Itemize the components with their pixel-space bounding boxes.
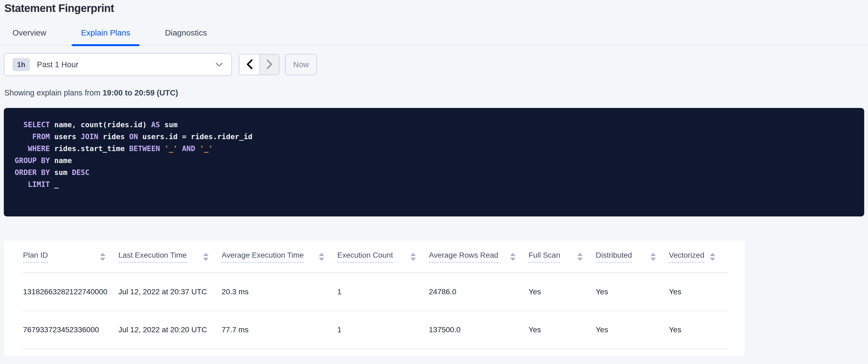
cell-execution-count: 1 xyxy=(337,273,429,311)
column-header-label[interactable]: Vectorized xyxy=(669,251,704,262)
statement-fingerprint-page: Statement Fingerprint OverviewExplain Pl… xyxy=(0,0,868,364)
sql-text: users.id = rides.rider_id xyxy=(138,132,252,141)
tab-explain-plans[interactable]: Explain Plans xyxy=(72,21,140,45)
sql-line: LIMIT _ xyxy=(14,178,854,190)
tab-overview[interactable]: Overview xyxy=(3,21,56,45)
sort-arrows-icon[interactable] xyxy=(710,253,715,261)
column-header-full-scan[interactable]: Full Scan xyxy=(529,241,596,273)
sql-keyword: AS xyxy=(151,120,160,129)
table-header-row: Plan IDLast Execution TimeAverage Execut… xyxy=(23,241,728,273)
sql-line: WHERE rides.start_time BETWEEN '_' AND '… xyxy=(14,143,854,155)
time-nav-group xyxy=(239,54,280,75)
sort-asc-icon xyxy=(577,253,583,256)
cell-full-scan: Yes xyxy=(529,273,596,311)
cell-vectorized: Yes xyxy=(669,311,728,349)
sql-keyword: ON xyxy=(129,132,138,141)
column-header-inner: Execution Count xyxy=(337,251,429,262)
sort-arrows-icon[interactable] xyxy=(203,253,209,261)
column-header-label[interactable]: Average Execution Time xyxy=(222,251,304,262)
time-range-badge: 1h xyxy=(12,58,30,71)
column-header-inner: Average Rows Read xyxy=(429,251,529,262)
table-row[interactable]: 13182663282122740000Jul 12, 2022 at 20:3… xyxy=(23,273,728,311)
chevron-left-icon xyxy=(246,59,253,71)
sql-text: rides xyxy=(98,132,129,141)
sort-asc-icon xyxy=(100,253,105,256)
cell-plan-id: 13182663282122740000 xyxy=(23,273,118,311)
column-header-inner: Distributed xyxy=(596,251,669,262)
sql-statement-box: SELECT name, count(rides.id) AS sum FROM… xyxy=(4,108,864,217)
column-header-inner: Plan ID xyxy=(23,251,118,262)
sql-text xyxy=(160,144,164,153)
table-row[interactable]: 767933723452336000Jul 12, 2022 at 20:20 … xyxy=(23,311,728,349)
column-header-execution-count[interactable]: Execution Count xyxy=(337,241,429,273)
sort-asc-icon xyxy=(510,253,516,256)
cell-plan-id: 767933723452336000 xyxy=(23,311,118,349)
sort-desc-icon xyxy=(510,258,516,261)
column-header-inner: Full Scan xyxy=(529,251,596,262)
column-header-label[interactable]: Plan ID xyxy=(23,251,48,262)
column-header-average-execution-time[interactable]: Average Execution Time xyxy=(222,241,337,273)
sql-text xyxy=(178,144,182,153)
cell-distributed: Yes xyxy=(596,273,669,311)
sql-text: sum xyxy=(160,120,178,129)
sort-arrows-icon[interactable] xyxy=(410,253,416,261)
sql-text: users xyxy=(50,132,81,141)
sql-literal: '_' xyxy=(200,144,213,153)
sql-keyword: AND xyxy=(182,144,195,153)
sql-text xyxy=(195,144,200,153)
column-header-label[interactable]: Full Scan xyxy=(529,251,560,262)
status-line-prefix: Showing explain plans from xyxy=(4,88,103,97)
column-header-plan-id[interactable]: Plan ID xyxy=(23,241,118,273)
sql-keyword: ORDER BY xyxy=(14,168,50,176)
cell-full-scan: Yes xyxy=(529,311,596,349)
sort-arrows-icon[interactable] xyxy=(319,253,324,261)
prev-time-button[interactable] xyxy=(240,55,259,75)
column-header-distributed[interactable]: Distributed xyxy=(596,241,669,273)
sort-asc-icon xyxy=(650,253,656,256)
column-header-last-execution-time[interactable]: Last Execution Time xyxy=(118,241,222,273)
time-controls: 1h Past 1 Hour Now xyxy=(4,53,317,76)
status-line-range: 19:00 to 20:59 (UTC) xyxy=(103,88,178,97)
cell-average-execution-time: 77.7 ms xyxy=(222,311,337,349)
column-header-label[interactable]: Average Rows Read xyxy=(429,251,498,262)
column-header-vectorized[interactable]: Vectorized xyxy=(669,241,728,273)
sort-arrows-icon[interactable] xyxy=(650,253,656,261)
tab-diagnostics[interactable]: Diagnostics xyxy=(156,21,216,45)
next-time-button[interactable] xyxy=(259,55,279,75)
sql-keyword: FROM xyxy=(14,132,50,141)
now-button[interactable]: Now xyxy=(285,54,317,75)
cell-execution-count: 1 xyxy=(337,311,429,349)
sql-keyword: LIMIT xyxy=(14,180,50,189)
sort-arrows-icon[interactable] xyxy=(510,253,516,261)
status-line: Showing explain plans from 19:00 to 20:5… xyxy=(4,88,178,97)
sort-desc-icon xyxy=(410,258,416,261)
sort-asc-icon xyxy=(410,253,416,256)
chevron-right-icon xyxy=(266,59,273,71)
cell-average-execution-time: 20.3 ms xyxy=(222,273,337,311)
sql-line: ORDER BY sum DESC xyxy=(14,167,854,178)
time-range-dropdown[interactable]: 1h Past 1 Hour xyxy=(4,53,232,76)
column-header-label[interactable]: Execution Count xyxy=(337,251,393,262)
column-header-average-rows-read[interactable]: Average Rows Read xyxy=(429,241,529,273)
sort-desc-icon xyxy=(650,258,656,261)
column-header-label[interactable]: Last Execution Time xyxy=(118,251,187,262)
sort-arrows-icon[interactable] xyxy=(100,253,105,261)
sql-keyword: BETWEEN xyxy=(129,144,160,153)
sql-text: sum xyxy=(50,168,72,176)
sql-text: _ xyxy=(50,180,59,189)
column-header-label[interactable]: Distributed xyxy=(596,251,632,262)
sort-asc-icon xyxy=(319,253,324,256)
sql-text: name, count(rides.id) xyxy=(50,120,151,129)
sort-asc-icon xyxy=(710,253,715,256)
sort-arrows-icon[interactable] xyxy=(577,253,583,261)
sql-statement: SELECT name, count(rides.id) AS sum FROM… xyxy=(14,119,854,190)
sort-desc-icon xyxy=(100,258,105,261)
cell-last-execution-time: Jul 12, 2022 at 20:20 UTC xyxy=(118,311,222,349)
sort-desc-icon xyxy=(577,258,583,261)
cell-vectorized: Yes xyxy=(669,273,728,311)
sql-line: FROM users JOIN rides ON users.id = ride… xyxy=(14,131,854,143)
plans-table: Plan IDLast Execution TimeAverage Execut… xyxy=(23,241,728,349)
sql-text: name xyxy=(50,156,72,165)
column-header-inner: Average Execution Time xyxy=(222,251,337,262)
page-title: Statement Fingerprint xyxy=(4,2,114,15)
